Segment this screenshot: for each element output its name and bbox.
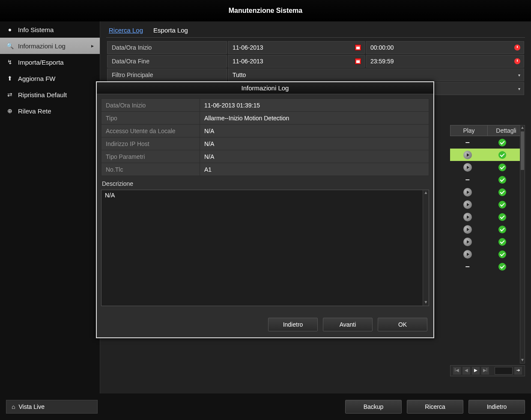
table-row[interactable] bbox=[450, 223, 520, 235]
search-icon: 🔍 bbox=[6, 42, 14, 49]
start-time-value: 00:00:00 bbox=[370, 44, 394, 51]
play-icon[interactable] bbox=[463, 238, 472, 246]
check-icon[interactable] bbox=[498, 213, 506, 221]
scroll-down-icon[interactable]: ▼ bbox=[423, 300, 429, 306]
table-row[interactable] bbox=[450, 211, 520, 223]
calendar-icon[interactable] bbox=[355, 58, 361, 64]
sidebar-item-log[interactable]: 🔍 Informazioni Log ▸ bbox=[0, 38, 100, 54]
back-button[interactable]: Indietro bbox=[468, 400, 525, 414]
backup-button[interactable]: Backup bbox=[345, 400, 402, 414]
table-row[interactable] bbox=[450, 149, 520, 161]
clock-icon[interactable] bbox=[514, 58, 520, 64]
modal-notlc-label: No.Tlc bbox=[101, 163, 200, 176]
scroll-up-icon[interactable]: ▲ bbox=[423, 190, 429, 196]
play-icon[interactable] bbox=[463, 188, 472, 197]
check-icon[interactable] bbox=[498, 263, 506, 271]
modal-notlc-value: A1 bbox=[200, 163, 429, 176]
sidebar-item-label: Ripristina Default bbox=[18, 91, 67, 98]
results-panel: Play Dettagli ––– ▲ ▼ I◀ ◀ ▶ ▶I ➔ bbox=[450, 125, 525, 376]
check-icon[interactable] bbox=[498, 151, 506, 159]
play-icon[interactable] bbox=[463, 250, 472, 259]
modal-description-label: Descrizione bbox=[102, 180, 428, 187]
primary-value: Tutto bbox=[233, 71, 246, 78]
filter-start-date[interactable]: 11-06-2013 bbox=[228, 41, 365, 54]
modal-prev-button[interactable]: Indietro bbox=[268, 318, 318, 331]
check-icon[interactable] bbox=[498, 238, 506, 246]
table-row[interactable] bbox=[450, 198, 520, 211]
sidebar-item-restore-default[interactable]: ⇄ Ripristina Default bbox=[0, 86, 100, 103]
scroll-down-icon[interactable]: ▼ bbox=[520, 358, 525, 363]
filter-primary-label: Filtro Principale bbox=[107, 69, 227, 81]
modal-localuser-label: Accesso Utente da Locale bbox=[101, 125, 200, 137]
modal-next-button[interactable]: Avanti bbox=[323, 318, 373, 331]
sidebar-item-label: Rileva Rete bbox=[18, 107, 51, 115]
modal-description-value: N/A bbox=[105, 192, 115, 199]
check-icon[interactable] bbox=[498, 176, 506, 184]
table-row[interactable]: – bbox=[450, 260, 520, 273]
play-icon[interactable] bbox=[463, 213, 472, 221]
filter-start-label: Data/Ora Inizio bbox=[107, 41, 227, 54]
table-row[interactable] bbox=[450, 186, 520, 198]
live-view-button[interactable]: ⌂ Vista Live bbox=[6, 400, 98, 414]
clock-icon[interactable] bbox=[514, 45, 520, 51]
end-date-value: 11-06-2013 bbox=[233, 58, 263, 65]
table-row[interactable]: – bbox=[450, 136, 520, 149]
start-date-value: 11-06-2013 bbox=[233, 44, 263, 51]
check-icon[interactable] bbox=[498, 226, 506, 233]
pager-prev-icon[interactable]: ◀ bbox=[462, 367, 470, 375]
table-row[interactable]: – bbox=[450, 173, 520, 186]
filter-end-date[interactable]: 11-06-2013 bbox=[228, 55, 365, 68]
pager-last-icon[interactable]: ▶I bbox=[481, 367, 489, 375]
sidebar-item-upgrade-fw[interactable]: ⬆ Aggiorna FW bbox=[0, 70, 100, 86]
play-icon[interactable] bbox=[463, 163, 472, 172]
pager-go-icon[interactable]: ➔ bbox=[514, 367, 522, 375]
log-info-modal: Informazioni Log Data/Ora Inizio 11-06-2… bbox=[96, 81, 434, 338]
check-icon[interactable] bbox=[498, 188, 506, 196]
play-icon[interactable] bbox=[463, 225, 472, 234]
scroll-thumb[interactable] bbox=[521, 131, 524, 170]
filter-end-time[interactable]: 23:59:59 bbox=[366, 55, 524, 68]
table-row[interactable] bbox=[450, 235, 520, 248]
modal-type-label: Tipo bbox=[101, 112, 200, 125]
play-icon[interactable] bbox=[463, 200, 472, 209]
sidebar-item-label: Aggiorna FW bbox=[18, 75, 56, 82]
tab-search-log[interactable]: Ricerca Log bbox=[109, 26, 143, 37]
chevron-down-icon: ▾ bbox=[518, 73, 520, 77]
sidebar-item-info[interactable]: ● Info Sistema bbox=[0, 21, 100, 38]
chevron-right-icon: ▸ bbox=[91, 43, 94, 49]
sidebar: ● Info Sistema 🔍 Informazioni Log ▸ ↯ Im… bbox=[0, 21, 100, 393]
search-button[interactable]: Ricerca bbox=[407, 400, 463, 414]
filter-start-time[interactable]: 00:00:00 bbox=[366, 41, 524, 54]
table-row[interactable] bbox=[450, 248, 520, 260]
modal-description-box: N/A ▲ ▼ bbox=[101, 190, 429, 306]
check-icon[interactable] bbox=[498, 250, 506, 258]
check-icon[interactable] bbox=[498, 164, 506, 171]
dash-icon: – bbox=[465, 138, 470, 147]
sidebar-item-import-export[interactable]: ↯ Importa/Esporta bbox=[0, 54, 100, 70]
modal-ok-button[interactable]: OK bbox=[378, 318, 427, 331]
modal-hostip-label: Indirizzo IP Host bbox=[101, 137, 200, 150]
play-icon[interactable] bbox=[463, 151, 472, 159]
tabs: Ricerca Log Esporta Log bbox=[106, 26, 525, 38]
tab-export-log[interactable]: Esporta Log bbox=[153, 26, 188, 37]
scroll-up-icon[interactable]: ▲ bbox=[520, 125, 525, 131]
pager-page-input[interactable] bbox=[495, 367, 513, 375]
pager-next-icon[interactable]: ▶ bbox=[472, 367, 480, 375]
dash-icon: – bbox=[465, 175, 470, 184]
sidebar-item-net-detect[interactable]: ⊕ Rileva Rete bbox=[0, 103, 100, 119]
calendar-icon[interactable] bbox=[355, 45, 361, 51]
import-export-icon: ↯ bbox=[6, 59, 14, 66]
sidebar-item-label: Informazioni Log bbox=[18, 42, 66, 50]
check-icon[interactable] bbox=[498, 201, 506, 209]
network-icon: ⊕ bbox=[6, 107, 14, 114]
pager-first-icon[interactable]: I◀ bbox=[453, 367, 461, 375]
check-icon[interactable] bbox=[498, 139, 506, 146]
modal-paramtype-label: Tipo Parametri bbox=[101, 150, 200, 163]
restore-icon: ⇄ bbox=[6, 91, 14, 98]
dash-icon: – bbox=[465, 262, 470, 271]
results-pager: I◀ ◀ ▶ ▶I ➔ bbox=[450, 365, 525, 376]
description-scrollbar[interactable]: ▲ ▼ bbox=[423, 190, 429, 306]
table-row[interactable] bbox=[450, 161, 520, 173]
results-scrollbar[interactable]: ▲ ▼ bbox=[520, 125, 525, 363]
filter-primary-select[interactable]: Tutto ▾ bbox=[228, 69, 524, 81]
